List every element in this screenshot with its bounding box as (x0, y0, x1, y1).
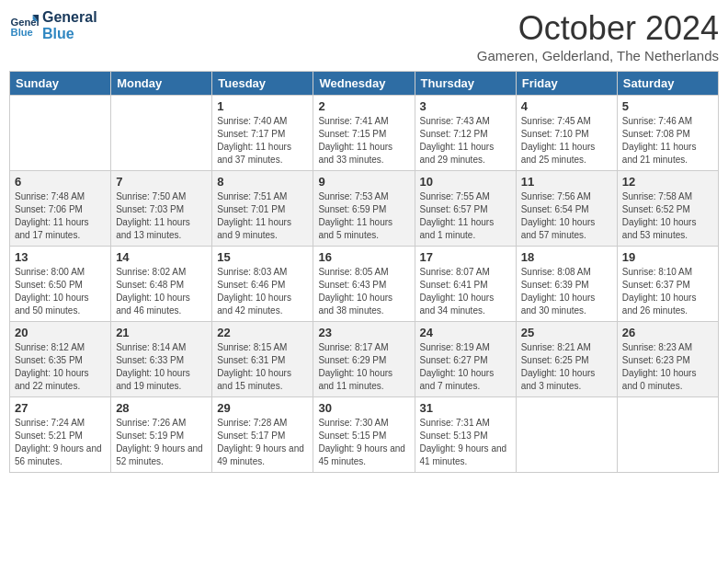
day-info: Sunrise: 8:12 AM Sunset: 6:35 PM Dayligh… (15, 341, 106, 393)
calendar-cell: 27Sunrise: 7:24 AM Sunset: 5:21 PM Dayli… (10, 397, 111, 473)
logo-line2: Blue (42, 26, 97, 42)
day-number: 7 (116, 175, 207, 189)
day-info: Sunrise: 7:41 AM Sunset: 7:15 PM Dayligh… (318, 115, 409, 167)
calendar-cell: 10Sunrise: 7:55 AM Sunset: 6:57 PM Dayli… (415, 171, 516, 247)
day-number: 22 (217, 326, 308, 339)
day-info: Sunrise: 8:14 AM Sunset: 6:33 PM Dayligh… (116, 341, 207, 393)
day-info: Sunrise: 8:02 AM Sunset: 6:48 PM Dayligh… (116, 266, 207, 317)
day-number: 11 (521, 175, 612, 189)
day-info: Sunrise: 8:23 AM Sunset: 6:23 PM Dayligh… (622, 341, 713, 393)
day-info: Sunrise: 8:10 AM Sunset: 6:37 PM Dayligh… (622, 266, 713, 317)
day-number: 5 (622, 99, 713, 113)
calendar-cell: 5Sunrise: 7:46 AM Sunset: 7:08 PM Daylig… (617, 96, 718, 171)
calendar-cell: 29Sunrise: 7:28 AM Sunset: 5:17 PM Dayli… (212, 397, 313, 473)
calendar-cell: 22Sunrise: 8:15 AM Sunset: 6:31 PM Dayli… (212, 322, 313, 397)
calendar-cell: 7Sunrise: 7:50 AM Sunset: 7:03 PM Daylig… (111, 171, 212, 247)
calendar-cell: 26Sunrise: 8:23 AM Sunset: 6:23 PM Dayli… (617, 322, 718, 397)
day-info: Sunrise: 7:31 AM Sunset: 5:13 PM Dayligh… (420, 417, 511, 468)
calendar-week-5: 27Sunrise: 7:24 AM Sunset: 5:21 PM Dayli… (10, 397, 719, 473)
day-number: 6 (15, 175, 106, 189)
calendar-cell (111, 96, 212, 171)
day-number: 14 (116, 250, 207, 264)
day-info: Sunrise: 8:08 AM Sunset: 6:39 PM Dayligh… (521, 266, 612, 317)
day-number: 30 (318, 401, 409, 415)
calendar-cell: 13Sunrise: 8:00 AM Sunset: 6:50 PM Dayli… (10, 247, 111, 322)
day-info: Sunrise: 7:40 AM Sunset: 7:17 PM Dayligh… (217, 115, 308, 167)
calendar-cell: 11Sunrise: 7:56 AM Sunset: 6:54 PM Dayli… (516, 171, 617, 247)
calendar-cell: 3Sunrise: 7:43 AM Sunset: 7:12 PM Daylig… (415, 96, 516, 171)
calendar-cell: 9Sunrise: 7:53 AM Sunset: 6:59 PM Daylig… (313, 171, 415, 247)
calendar-cell (10, 96, 111, 171)
logo-line1: General (42, 9, 97, 26)
day-info: Sunrise: 7:30 AM Sunset: 5:15 PM Dayligh… (318, 417, 409, 468)
calendar-cell: 21Sunrise: 8:14 AM Sunset: 6:33 PM Dayli… (111, 322, 212, 397)
page-header: General Blue General Blue October 2024 G… (9, 9, 719, 63)
day-number: 13 (15, 250, 106, 264)
calendar-cell: 16Sunrise: 8:05 AM Sunset: 6:43 PM Dayli… (313, 247, 415, 322)
calendar-cell: 17Sunrise: 8:07 AM Sunset: 6:41 PM Dayli… (415, 247, 516, 322)
day-info: Sunrise: 8:00 AM Sunset: 6:50 PM Dayligh… (15, 266, 106, 317)
day-number: 16 (318, 250, 409, 264)
day-number: 18 (521, 250, 612, 264)
calendar-cell: 12Sunrise: 7:58 AM Sunset: 6:52 PM Dayli… (617, 171, 718, 247)
svg-text:Blue: Blue (11, 27, 33, 38)
calendar-table: SundayMondayTuesdayWednesdayThursdayFrid… (9, 71, 719, 473)
day-number: 26 (622, 326, 713, 339)
calendar-body: 1Sunrise: 7:40 AM Sunset: 7:17 PM Daylig… (10, 96, 719, 473)
calendar-cell: 4Sunrise: 7:45 AM Sunset: 7:10 PM Daylig… (516, 96, 617, 171)
location-subtitle: Gameren, Gelderland, The Netherlands (477, 48, 719, 63)
day-number: 23 (318, 326, 409, 339)
col-header-wednesday: Wednesday (313, 72, 415, 96)
day-number: 24 (420, 326, 511, 339)
calendar-cell: 30Sunrise: 7:30 AM Sunset: 5:15 PM Dayli… (313, 397, 415, 473)
day-number: 1 (217, 99, 308, 113)
calendar-cell: 18Sunrise: 8:08 AM Sunset: 6:39 PM Dayli… (516, 247, 617, 322)
title-block: October 2024 Gameren, Gelderland, The Ne… (477, 9, 719, 63)
month-title: October 2024 (477, 9, 719, 48)
calendar-cell: 14Sunrise: 8:02 AM Sunset: 6:48 PM Dayli… (111, 247, 212, 322)
calendar-header-row: SundayMondayTuesdayWednesdayThursdayFrid… (10, 72, 719, 96)
day-number: 15 (217, 250, 308, 264)
day-number: 19 (622, 250, 713, 264)
day-number: 25 (521, 326, 612, 339)
day-number: 28 (116, 401, 207, 415)
day-number: 3 (420, 99, 511, 113)
calendar-week-1: 1Sunrise: 7:40 AM Sunset: 7:17 PM Daylig… (10, 96, 719, 171)
calendar-cell: 23Sunrise: 8:17 AM Sunset: 6:29 PM Dayli… (313, 322, 415, 397)
col-header-saturday: Saturday (617, 72, 718, 96)
calendar-cell: 6Sunrise: 7:48 AM Sunset: 7:06 PM Daylig… (10, 171, 111, 247)
logo: General Blue General Blue (9, 9, 97, 41)
calendar-cell: 15Sunrise: 8:03 AM Sunset: 6:46 PM Dayli… (212, 247, 313, 322)
calendar-cell: 24Sunrise: 8:19 AM Sunset: 6:27 PM Dayli… (415, 322, 516, 397)
day-info: Sunrise: 7:51 AM Sunset: 7:01 PM Dayligh… (217, 190, 308, 242)
day-info: Sunrise: 8:15 AM Sunset: 6:31 PM Dayligh… (217, 341, 308, 393)
day-info: Sunrise: 7:28 AM Sunset: 5:17 PM Dayligh… (217, 417, 308, 468)
calendar-week-2: 6Sunrise: 7:48 AM Sunset: 7:06 PM Daylig… (10, 171, 719, 247)
calendar-cell: 1Sunrise: 7:40 AM Sunset: 7:17 PM Daylig… (212, 96, 313, 171)
day-number: 2 (318, 99, 409, 113)
day-info: Sunrise: 8:17 AM Sunset: 6:29 PM Dayligh… (318, 341, 409, 393)
calendar-cell: 31Sunrise: 7:31 AM Sunset: 5:13 PM Dayli… (415, 397, 516, 473)
calendar-cell: 20Sunrise: 8:12 AM Sunset: 6:35 PM Dayli… (10, 322, 111, 397)
day-info: Sunrise: 7:53 AM Sunset: 6:59 PM Dayligh… (318, 190, 409, 242)
col-header-tuesday: Tuesday (212, 72, 313, 96)
calendar-cell: 19Sunrise: 8:10 AM Sunset: 6:37 PM Dayli… (617, 247, 718, 322)
day-info: Sunrise: 7:58 AM Sunset: 6:52 PM Dayligh… (622, 190, 713, 242)
calendar-cell (617, 397, 718, 473)
day-number: 10 (420, 175, 511, 189)
col-header-sunday: Sunday (10, 72, 111, 96)
day-info: Sunrise: 7:24 AM Sunset: 5:21 PM Dayligh… (15, 417, 106, 468)
day-info: Sunrise: 8:19 AM Sunset: 6:27 PM Dayligh… (420, 341, 511, 393)
day-number: 20 (15, 326, 106, 339)
day-number: 21 (116, 326, 207, 339)
day-number: 17 (420, 250, 511, 264)
day-info: Sunrise: 7:48 AM Sunset: 7:06 PM Dayligh… (15, 190, 106, 242)
day-info: Sunrise: 8:05 AM Sunset: 6:43 PM Dayligh… (318, 266, 409, 317)
day-info: Sunrise: 7:26 AM Sunset: 5:19 PM Dayligh… (116, 417, 207, 468)
calendar-week-3: 13Sunrise: 8:00 AM Sunset: 6:50 PM Dayli… (10, 247, 719, 322)
day-info: Sunrise: 7:45 AM Sunset: 7:10 PM Dayligh… (521, 115, 612, 167)
day-info: Sunrise: 7:43 AM Sunset: 7:12 PM Dayligh… (420, 115, 511, 167)
day-number: 31 (420, 401, 511, 415)
calendar-cell: 8Sunrise: 7:51 AM Sunset: 7:01 PM Daylig… (212, 171, 313, 247)
day-number: 8 (217, 175, 308, 189)
